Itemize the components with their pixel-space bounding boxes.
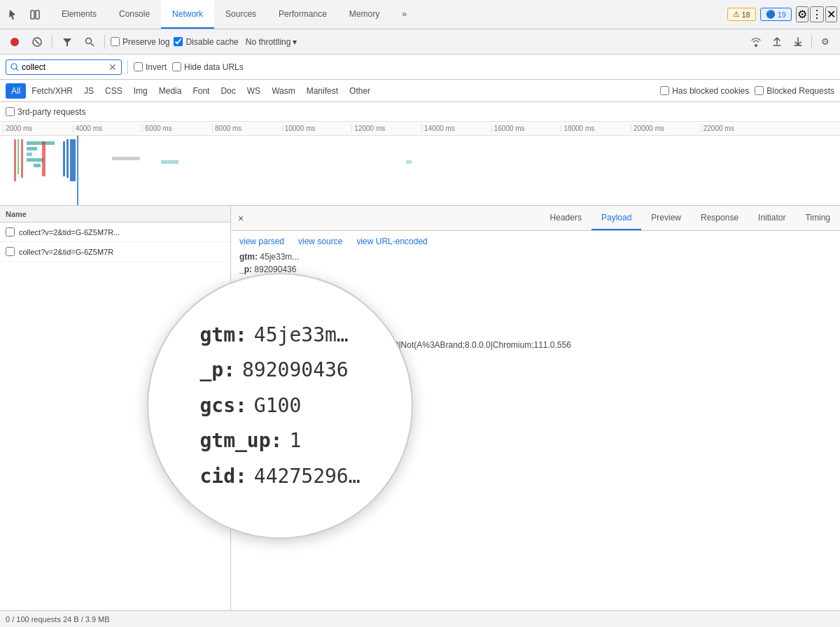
hide-data-urls-label[interactable]: Hide data URLs	[172, 62, 244, 72]
settings-button[interactable]: ⚙	[796, 6, 808, 22]
wifi-icon-button[interactable]	[747, 33, 765, 51]
view-url-encoded-link[interactable]: view URL-encoded	[356, 237, 427, 246]
magnifier-row-2: gcs: G100	[200, 388, 360, 423]
view-source-link[interactable]: view source	[298, 237, 342, 246]
view-parsed-link[interactable]: view parsed	[239, 237, 284, 246]
filter-input[interactable]: collect	[22, 62, 106, 72]
request-list-header: Name	[0, 206, 230, 223]
magnifier-val-0: 45je33m…	[254, 318, 349, 353]
detail-tab-response[interactable]: Response	[691, 206, 748, 230]
magnifier-key-4: cid:	[200, 459, 246, 494]
preserve-log-checkbox[interactable]	[111, 37, 120, 46]
ruler-tick-10: 22000 ms	[701, 125, 771, 132]
tab-memory[interactable]: Memory	[338, 0, 391, 29]
has-blocked-checkbox[interactable]	[660, 86, 669, 95]
tab-console[interactable]: Console	[108, 0, 161, 29]
type-fetch-xhr[interactable]: Fetch/XHR	[26, 83, 78, 99]
info-badge[interactable]: 🔵 19	[760, 8, 792, 21]
type-img[interactable]: Img	[128, 83, 153, 99]
timeline-content[interactable]	[0, 136, 840, 206]
request-item-1[interactable]: collect?v=2&tid=G-6Z5M7R	[0, 242, 230, 262]
request-checkbox-1[interactable]	[6, 247, 15, 256]
upload-icon-button[interactable]	[768, 33, 786, 51]
tab-elements[interactable]: Elements	[50, 0, 108, 29]
has-blocked-label[interactable]: Has blocked cookies	[660, 86, 749, 96]
third-party-checkbox[interactable]	[6, 107, 15, 116]
hide-data-urls-checkbox[interactable]	[172, 62, 181, 71]
warning-icon: ⚠	[733, 10, 740, 19]
close-devtools-button[interactable]: ✕	[825, 6, 837, 22]
detail-tab-headers[interactable]: Headers	[540, 206, 592, 230]
filter-clear-button[interactable]: ✕	[108, 62, 117, 73]
network-settings-button[interactable]: ⚙	[816, 33, 834, 51]
warning-badge[interactable]: ⚠ 18	[727, 8, 756, 21]
preserve-log-label[interactable]: Preserve log	[111, 37, 169, 47]
type-ws[interactable]: WS	[241, 83, 266, 99]
clear-button[interactable]	[28, 33, 46, 51]
disable-cache-label[interactable]: Disable cache	[174, 37, 238, 47]
svg-rect-14	[27, 147, 37, 150]
info-count: 19	[778, 10, 786, 19]
disable-cache-checkbox[interactable]	[174, 37, 183, 46]
ruler-tick-8: 18000 ms	[561, 125, 631, 132]
timeline-ruler: 2000 ms 4000 ms 6000 ms 8000 ms 10000 ms…	[0, 122, 840, 136]
disable-cache-text: Disable cache	[186, 37, 238, 47]
blocked-requests-label[interactable]: Blocked Requests	[755, 86, 834, 96]
svg-rect-17	[34, 164, 41, 167]
blocked-requests-checkbox[interactable]	[755, 86, 764, 95]
cursor-icon[interactable]	[3, 5, 22, 24]
type-font[interactable]: Font	[187, 83, 215, 99]
filter-icon-button[interactable]	[58, 33, 76, 51]
svg-rect-0	[31, 10, 34, 19]
tab-performance[interactable]: Performance	[267, 0, 338, 29]
detail-tab-initiator[interactable]: Initiator	[748, 206, 795, 230]
tab-sources[interactable]: Sources	[214, 0, 267, 29]
type-wasm[interactable]: Wasm	[266, 83, 301, 99]
svg-rect-12	[21, 139, 23, 178]
magnifier-key-0: gtm:	[200, 318, 246, 353]
request-checkbox-0[interactable]	[6, 227, 15, 237]
invert-checkbox[interactable]	[134, 62, 143, 71]
network-toolbar: Preserve log Disable cache No throttling…	[0, 29, 840, 55]
type-filter-bar: All Fetch/XHR JS CSS Img Media Font Doc …	[0, 80, 840, 102]
type-doc[interactable]: Doc	[215, 83, 241, 99]
ruler-tick-1: 4000 ms	[73, 125, 143, 132]
type-css[interactable]: CSS	[99, 83, 128, 99]
magnifier-val-3: 1	[289, 423, 301, 458]
timeline-svg	[0, 136, 840, 206]
request-item-0[interactable]: collect?v=2&tid=G-6Z5M7R...	[0, 223, 230, 242]
download-icon-button[interactable]	[789, 33, 807, 51]
svg-rect-10	[14, 139, 16, 181]
detail-close-button[interactable]: ×	[231, 209, 251, 228]
third-party-label[interactable]: 3rd-party requests	[6, 107, 85, 117]
magnifier-row-1: _p: 892090436	[200, 353, 360, 388]
search-button[interactable]	[80, 33, 99, 51]
ruler-tick-3: 8000 ms	[212, 125, 282, 132]
tab-more[interactable]: »	[391, 0, 418, 29]
dock-icon[interactable]	[25, 5, 45, 24]
record-button[interactable]	[6, 33, 24, 51]
invert-text: Invert	[146, 62, 167, 72]
type-manifest[interactable]: Manifest	[301, 83, 344, 99]
detail-tab-payload[interactable]: Payload	[592, 206, 641, 230]
payload-row-1: _p: 892090436	[239, 265, 832, 274]
tab-bar: Elements Console Network Sources Perform…	[0, 0, 840, 29]
status-bar: 0 / 100 requests 24 B / 3.9 MB	[0, 610, 840, 627]
detail-tab-preview[interactable]: Preview	[641, 206, 691, 230]
request-name-0: collect?v=2&tid=G-6Z5M7R...	[19, 228, 120, 237]
has-blocked-text: Has blocked cookies	[672, 86, 749, 96]
type-other[interactable]: Other	[344, 83, 376, 99]
throttle-button[interactable]: No throttling ▾	[243, 36, 300, 48]
payload-links: view parsed view source view URL-encoded	[239, 237, 832, 246]
type-all[interactable]: All	[6, 83, 26, 99]
ruler-tick-9: 20000 ms	[631, 125, 701, 132]
magnifier-content: gtm: 45je33m… _p: 892090436 gcs: G100 gt…	[178, 304, 381, 508]
type-media[interactable]: Media	[153, 83, 188, 99]
invert-label[interactable]: Invert	[134, 62, 167, 72]
throttle-label: No throttling	[246, 37, 291, 47]
detail-tab-timing[interactable]: Timing	[795, 206, 840, 230]
tab-network[interactable]: Network	[161, 0, 214, 29]
type-js[interactable]: JS	[78, 83, 99, 99]
more-button[interactable]: ⋮	[810, 6, 824, 22]
magnifier-key-1: _p:	[200, 353, 235, 388]
